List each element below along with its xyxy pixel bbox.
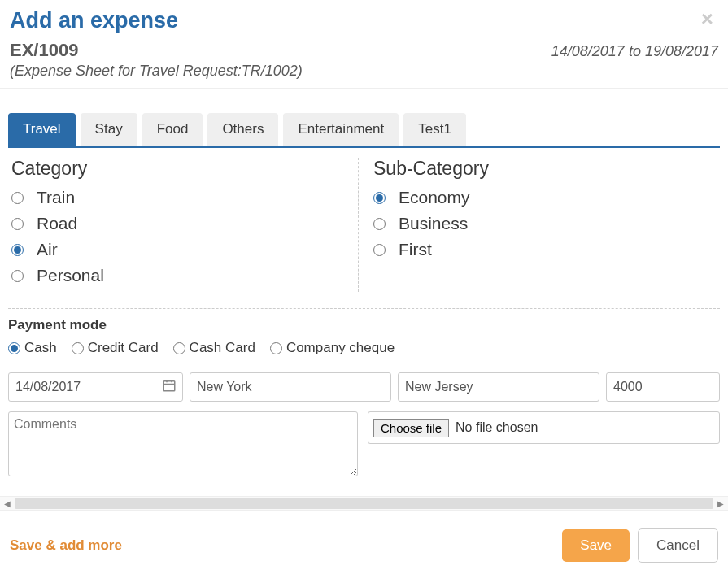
radio-economy[interactable]	[373, 192, 386, 204]
scroll-left-icon[interactable]: ◀	[0, 496, 15, 511]
save-and-add-more-link[interactable]: Save & add more	[10, 537, 122, 554]
payment-mode-options: Cash Credit Card Cash Card Company chequ…	[8, 340, 720, 356]
radio-cash[interactable]	[8, 342, 20, 354]
radio-label: Business	[399, 214, 468, 233]
radio-personal[interactable]	[11, 270, 24, 282]
tab-test1[interactable]: Test1	[403, 113, 466, 146]
tab-travel[interactable]: Travel	[8, 113, 76, 146]
subcategory-option-business[interactable]: Business	[373, 214, 717, 233]
radio-label: Cash	[24, 340, 57, 356]
cancel-button[interactable]: Cancel	[638, 528, 718, 563]
close-icon[interactable]: ×	[701, 8, 713, 29]
radio-label: Air	[37, 240, 58, 259]
subcategory-label: Sub-Category	[373, 158, 717, 180]
dialog-footer: Save & add more Save Cancel	[0, 511, 728, 574]
radio-air[interactable]	[11, 244, 24, 256]
category-label: Category	[11, 158, 355, 180]
expense-date-range: 14/08/2017 to 19/08/2017	[551, 43, 718, 60]
dialog-header: Add an expense ×	[0, 0, 728, 40]
radio-label: Economy	[399, 188, 470, 207]
file-upload-area: Choose file No file chosen	[368, 411, 720, 444]
radio-cash-card[interactable]	[173, 342, 185, 354]
expense-id: EX/1009	[10, 40, 303, 61]
radio-label: Company cheque	[286, 340, 395, 356]
expense-description: (Expense Sheet for Travel Request:TR/100…	[10, 63, 303, 80]
divider-dashed	[8, 308, 720, 309]
expense-tabs: Travel Stay Food Others Entertainment Te…	[8, 113, 720, 148]
radio-road[interactable]	[11, 218, 24, 230]
radio-credit-card[interactable]	[72, 342, 84, 354]
radio-label: Personal	[37, 266, 104, 285]
radio-label: Cash Card	[190, 340, 255, 356]
scroll-track[interactable]	[15, 498, 713, 509]
payment-option-credit-card[interactable]: Credit Card	[72, 340, 159, 356]
to-input[interactable]	[398, 372, 599, 402]
tab-food[interactable]: Food	[142, 113, 203, 146]
category-option-personal[interactable]: Personal	[11, 266, 355, 285]
tab-stay[interactable]: Stay	[81, 113, 137, 146]
payment-option-cash[interactable]: Cash	[8, 340, 57, 356]
radio-label: Road	[37, 214, 77, 233]
bottom-row: Choose file No file chosen	[8, 411, 720, 476]
category-option-road[interactable]: Road	[11, 214, 355, 233]
horizontal-scrollbar[interactable]: ◀ ▶	[0, 496, 728, 511]
category-section: Category Train Road Air Personal Sub-Cat…	[8, 158, 720, 292]
radio-first[interactable]	[373, 244, 386, 256]
radio-train[interactable]	[11, 192, 24, 204]
date-field-wrap	[8, 372, 183, 402]
comments-input[interactable]	[8, 411, 358, 476]
scroll-right-icon[interactable]: ▶	[713, 496, 728, 511]
divider	[0, 88, 728, 89]
tab-entertainment[interactable]: Entertainment	[283, 113, 399, 146]
expense-subheader: EX/1009 (Expense Sheet for Travel Reques…	[0, 40, 728, 88]
payment-option-company-cheque[interactable]: Company cheque	[270, 340, 395, 356]
fields-row	[8, 372, 720, 402]
tab-others[interactable]: Others	[207, 113, 278, 146]
dialog-title: Add an expense	[10, 8, 718, 33]
radio-business[interactable]	[373, 218, 386, 230]
payment-option-cash-card[interactable]: Cash Card	[173, 340, 255, 356]
no-file-label: No file chosen	[456, 420, 538, 435]
date-input[interactable]	[8, 372, 183, 402]
radio-company-cheque[interactable]	[270, 342, 282, 354]
radio-label: First	[399, 240, 432, 259]
radio-label: Credit Card	[88, 340, 159, 356]
subcategory-option-first[interactable]: First	[373, 240, 717, 259]
subcategory-option-economy[interactable]: Economy	[373, 188, 717, 207]
radio-label: Train	[37, 188, 75, 207]
amount-input[interactable]	[606, 372, 720, 402]
payment-mode-label: Payment mode	[8, 317, 720, 333]
category-option-air[interactable]: Air	[11, 240, 355, 259]
choose-file-button[interactable]: Choose file	[373, 419, 449, 437]
from-input[interactable]	[190, 372, 391, 402]
category-option-train[interactable]: Train	[11, 188, 355, 207]
save-button[interactable]: Save	[562, 529, 630, 562]
